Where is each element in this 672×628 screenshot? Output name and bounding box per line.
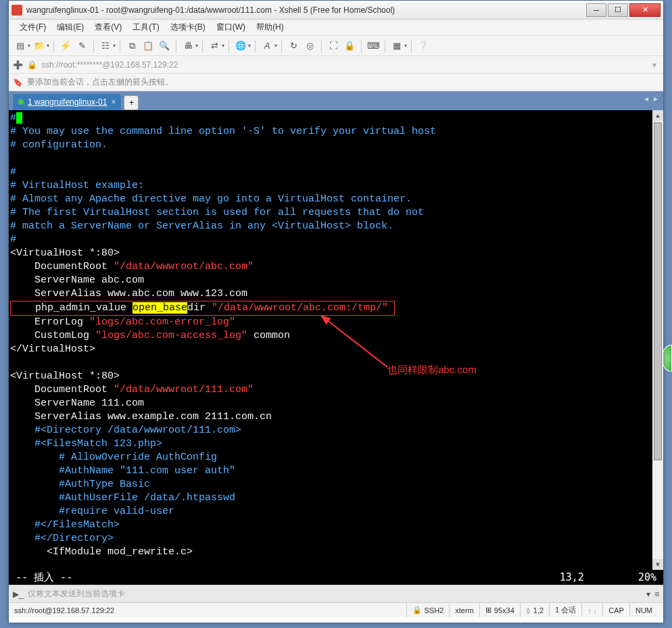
separator — [229, 39, 229, 53]
term-line: <VirtualHost *:80> — [10, 247, 120, 259]
send-icon[interactable]: ▶_ — [13, 589, 24, 599]
highlighted-box: php_admin_value open_basedir "/data/wwwr… — [10, 301, 395, 316]
menu-edit[interactable]: 编辑(E) — [51, 20, 89, 34]
term-line: dir — [187, 302, 212, 314]
keyboard-icon[interactable]: ⌨ — [366, 39, 381, 53]
find-icon[interactable]: 🔍 — [157, 39, 172, 53]
connection-url[interactable]: ssh://root:********@192.168.57.129:22 — [41, 60, 646, 70]
terminal[interactable]: # # You may use the command line option … — [9, 110, 663, 570]
vim-position: 13,2 — [560, 571, 584, 583]
fullscreen-icon[interactable]: ⛶ — [326, 39, 341, 53]
menu-window[interactable]: 窗口(W) — [211, 20, 251, 34]
tab-navigation: ◂ ▸ — [644, 94, 658, 103]
new-session-icon[interactable]: ▤ — [13, 39, 28, 53]
window-controls: ─ ☐ ✕ — [585, 3, 661, 17]
app-icon — [11, 5, 22, 16]
separator — [120, 39, 120, 53]
menu-file[interactable]: 文件(F) — [14, 20, 51, 34]
tab-next-icon[interactable]: ▸ — [654, 94, 658, 103]
send-dropdown-icon[interactable]: ▾ — [646, 589, 650, 599]
dropdown-icon[interactable]: ▾ — [47, 43, 49, 49]
target-icon[interactable]: ◎ — [302, 39, 317, 53]
new-tab-button[interactable]: + — [124, 95, 139, 110]
dropdown-icon[interactable]: ▾ — [113, 43, 116, 49]
status-transfer-icon: ↑ ↓ — [581, 603, 602, 617]
floating-badge[interactable] — [663, 345, 672, 372]
term-line: </VirtualHost> — [10, 343, 95, 355]
dropdown-icon[interactable]: ▾ — [195, 43, 198, 49]
term-line: DocumentRoot — [10, 384, 114, 395]
bookmark-icon[interactable]: 🔖 — [13, 78, 23, 87]
add-session-icon[interactable]: ➕ — [13, 60, 23, 70]
menu-tabs[interactable]: 选项卡(B) — [165, 20, 211, 34]
status-cap: CAP — [602, 603, 629, 617]
tab-bar: 1 wangruifenglinux-01 × + ◂ ▸ — [9, 91, 663, 110]
scroll-up-icon[interactable]: ▲ — [652, 110, 663, 121]
hint-text: 要添加当前会话，点击左侧的箭头按钮。 — [27, 76, 173, 88]
menu-tools[interactable]: 工具(T) — [127, 20, 164, 34]
transfer-icon[interactable]: ⇄ — [207, 39, 222, 53]
vim-statusline: -- 插入 -- 13,2 20% — [9, 570, 663, 585]
vim-mode: -- 插入 -- — [16, 571, 72, 584]
separator — [202, 39, 203, 53]
term-line: # — [10, 166, 16, 178]
open-folder-icon[interactable]: 📁 — [32, 39, 47, 53]
disconnect-icon[interactable]: ✎ — [74, 39, 89, 53]
close-button[interactable]: ✕ — [629, 3, 661, 17]
dropdown-icon[interactable]: ▾ — [248, 43, 251, 49]
menu-help[interactable]: 帮助(H) — [251, 20, 289, 34]
titlebar: wangruifenglinux-01 - root@wangruifeng-0… — [9, 1, 663, 20]
term-line: #</FilesMatch> — [10, 519, 120, 531]
send-bar: ▶_ 仅将文本发送到当前选项卡 ▾ ≡ — [9, 585, 663, 602]
term-line: "/data/wwwroot/abc.com" — [114, 261, 254, 272]
send-message[interactable]: 仅将文本发送到当前选项卡 — [28, 588, 642, 600]
globe-icon[interactable]: 🌐 — [233, 39, 248, 53]
status-num: NUM — [629, 603, 658, 617]
font-icon[interactable]: A — [260, 39, 274, 53]
refresh-icon[interactable]: ↻ — [286, 39, 301, 53]
menu-view[interactable]: 查看(V) — [89, 20, 127, 34]
reconnect-icon[interactable]: ⚡ — [58, 39, 73, 53]
copy-icon[interactable]: ⧉ — [124, 39, 139, 53]
term-line: #require valid-user — [10, 506, 174, 517]
dropdown-icon[interactable]: ▾ — [274, 43, 277, 49]
term-line: ServerAlias www.example.com 2111.com.cn — [10, 411, 272, 422]
lock-icon[interactable]: 🔒 — [342, 39, 357, 53]
status-term-type: xterm — [449, 603, 479, 617]
terminal-container: # # You may use the command line option … — [9, 110, 663, 570]
separator — [281, 39, 282, 53]
tab-prev-icon[interactable]: ◂ — [644, 94, 648, 103]
tab-close-icon[interactable]: × — [111, 97, 116, 107]
help-icon[interactable]: ❔ — [416, 39, 431, 53]
status-protocol: 🔒 SSH2 — [406, 603, 450, 617]
minimize-button[interactable]: ─ — [586, 3, 606, 17]
layout-icon[interactable]: ▦ — [389, 39, 404, 53]
term-line: # You may use the command line option '-… — [10, 126, 436, 137]
term-line: #<Directory /data/wwwroot/111.com> — [10, 425, 241, 436]
dropdown-icon[interactable]: ▾ — [222, 43, 224, 49]
term-line: "/data/wwwroot/111.com" — [114, 384, 254, 395]
annotation-text: 也同样限制abc.com — [387, 364, 477, 377]
tab-label: wangruifenglinux-01 — [34, 97, 107, 107]
dropdown-icon[interactable]: ▾ — [28, 43, 30, 49]
separator — [385, 39, 385, 53]
history-dropdown-icon[interactable]: ▾ — [650, 60, 659, 70]
separator — [176, 39, 176, 53]
term-line: # match a ServerName or ServerAlias in a… — [10, 220, 393, 232]
print-icon[interactable]: 🖶 — [181, 39, 195, 53]
status-bar: ssh://root@192.168.57.129:22 🔒 SSH2 xter… — [9, 602, 663, 617]
session-tab[interactable]: 1 wangruifenglinux-01 × — [13, 94, 121, 110]
paste-icon[interactable]: 📋 — [141, 39, 155, 53]
dropdown-icon[interactable]: ▾ — [404, 43, 407, 49]
term-line: ServerName abc.com — [10, 274, 144, 286]
status-sessions: 1 会话 — [549, 603, 581, 617]
term-highlight: open_base — [133, 302, 187, 314]
term-line: #</Directory> — [10, 533, 114, 544]
send-lines-icon[interactable]: ≡ — [654, 589, 659, 599]
terminal-scrollbar[interactable]: ▲ ▼ — [652, 110, 663, 570]
scroll-down-icon[interactable]: ▼ — [652, 559, 663, 570]
maximize-button[interactable]: ☐ — [608, 3, 628, 17]
term-line: # configuration. — [10, 139, 107, 151]
properties-icon[interactable]: ☷ — [98, 39, 113, 53]
scroll-thumb[interactable] — [654, 122, 662, 460]
